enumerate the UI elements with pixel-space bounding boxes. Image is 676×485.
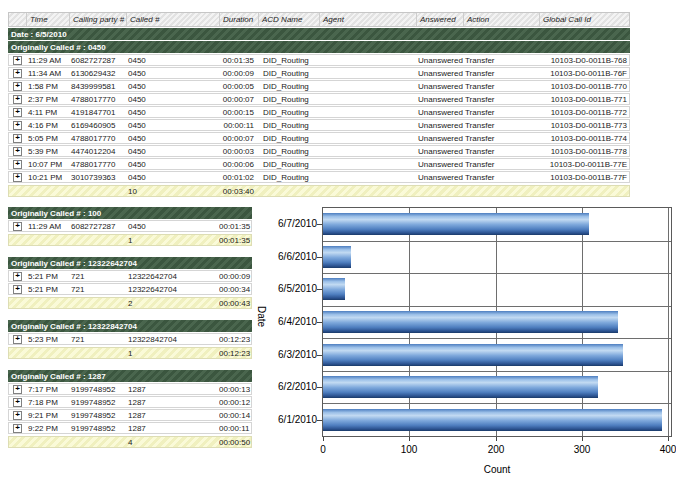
cell-duration: 00:01:02 bbox=[219, 173, 258, 182]
expand-cell: + bbox=[9, 147, 26, 156]
summary-call-count: 10 bbox=[126, 187, 219, 196]
summary-call-count: 1 bbox=[126, 236, 219, 245]
originally-called-group-header: Originally Called # : 0450 bbox=[8, 41, 630, 53]
cell-time: 5:39 PM bbox=[26, 147, 69, 156]
cell-called: 0450 bbox=[126, 108, 219, 117]
expand-row-icon[interactable]: + bbox=[13, 398, 22, 407]
expand-row-icon[interactable]: + bbox=[13, 173, 22, 182]
cell-calling-party: 8439999581 bbox=[69, 82, 126, 91]
expand-row-icon[interactable]: + bbox=[13, 69, 22, 78]
expand-row-icon[interactable]: + bbox=[13, 411, 22, 420]
table-row: +11:34 AM6130629432045000:00:09DID_Routi… bbox=[8, 67, 630, 79]
cell-acd-name: DID_Routing bbox=[258, 134, 319, 143]
cell-action: Transfer bbox=[463, 95, 539, 104]
cell-called: 12322842704 bbox=[126, 335, 219, 344]
cell-called: 1287 bbox=[126, 385, 219, 394]
cell-global-call-id: 10103-D0-0011B-77F bbox=[539, 173, 631, 182]
cell-called: 0450 bbox=[126, 173, 219, 182]
table-header-row: TimeCalling party #Called #DurationACD N… bbox=[8, 12, 630, 27]
called-group-section: Originally Called # : 100+11:29 AM608272… bbox=[8, 207, 252, 246]
cell-called: 0450 bbox=[126, 134, 219, 143]
cell-time: 7:17 PM bbox=[26, 385, 69, 394]
expand-row-icon[interactable]: + bbox=[13, 424, 22, 433]
cell-calling-party: 6082727287 bbox=[69, 56, 126, 65]
y-tick-label: 6/2/2010 bbox=[255, 381, 317, 392]
cell-time: 11:29 AM bbox=[26, 56, 69, 65]
cell-action: Transfer bbox=[463, 69, 539, 78]
cell-duration: 00:00:06 bbox=[219, 160, 258, 169]
group-summary-row: 100:01:35 bbox=[8, 234, 252, 246]
date-group-header: Date : 6/5/2010 bbox=[8, 28, 630, 40]
cell-calling-party: 3010739363 bbox=[69, 173, 126, 182]
summary-call-count: 4 bbox=[126, 438, 219, 447]
bar-6-2-2010 bbox=[323, 376, 598, 398]
expand-row-icon[interactable]: + bbox=[13, 272, 22, 281]
expand-row-icon[interactable]: + bbox=[13, 82, 22, 91]
cell-action: Transfer bbox=[463, 56, 539, 65]
cell-duration: 00:01:35 bbox=[219, 56, 258, 65]
expand-row-icon[interactable]: + bbox=[13, 385, 22, 394]
cell-time: 10:07 PM bbox=[26, 160, 69, 169]
summary-total-duration: 00:12:23 bbox=[219, 349, 253, 358]
cell-time: 11:34 AM bbox=[26, 69, 69, 78]
expand-cell: + bbox=[9, 108, 26, 117]
column-header-duration: Duration bbox=[219, 13, 258, 26]
cell-acd-name: DID_Routing bbox=[258, 173, 319, 182]
expand-row-icon[interactable]: + bbox=[13, 335, 22, 344]
cell-time: 1:58 PM bbox=[26, 82, 69, 91]
expand-row-icon[interactable]: + bbox=[13, 147, 22, 156]
cell-duration: 00:00:05 bbox=[219, 82, 258, 91]
cell-action: Transfer bbox=[463, 82, 539, 91]
group-summary-row: 100:12:23 bbox=[8, 347, 252, 359]
x-tick-label: 400 bbox=[660, 444, 676, 455]
cell-calling-party: 6082727287 bbox=[69, 222, 126, 231]
cell-calling-party: 721 bbox=[69, 272, 126, 281]
cell-global-call-id: 10103-D0-0011B-77E bbox=[539, 160, 631, 169]
cell-action: Transfer bbox=[463, 121, 539, 130]
report-group-sections: Originally Called # : 100+11:29 AM608272… bbox=[8, 206, 252, 459]
expand-row-icon[interactable]: + bbox=[13, 160, 22, 169]
y-tick-label: 6/6/2010 bbox=[255, 251, 317, 262]
expand-row-icon[interactable]: + bbox=[13, 222, 22, 231]
table-row: +9:21 PM9199748952128700:00:14 bbox=[8, 409, 252, 421]
summary-total-duration: 00:00:43 bbox=[219, 299, 253, 308]
expand-row-icon[interactable]: + bbox=[13, 95, 22, 104]
cell-acd-name: DID_Routing bbox=[258, 160, 319, 169]
cell-acd-name: DID_Routing bbox=[258, 95, 319, 104]
expand-row-icon[interactable]: + bbox=[13, 285, 22, 294]
call-detail-table: TimeCalling party #Called #DurationACD N… bbox=[8, 12, 630, 197]
expand-row-icon[interactable]: + bbox=[13, 121, 22, 130]
cell-called: 1287 bbox=[126, 398, 219, 407]
cell-called: 0450 bbox=[126, 147, 219, 156]
gridline-y-band-1 bbox=[323, 241, 671, 242]
cell-global-call-id: 10103-D0-0011B-771 bbox=[539, 95, 631, 104]
summary-total-duration: 00:00:50 bbox=[219, 438, 253, 447]
cell-acd-name: DID_Routing bbox=[258, 108, 319, 117]
x-tick-label: 0 bbox=[320, 444, 326, 455]
expand-row-icon[interactable]: + bbox=[13, 56, 22, 65]
cell-called: 0450 bbox=[126, 121, 219, 130]
expand-row-icon[interactable]: + bbox=[13, 108, 22, 117]
cell-answered: Unanswered bbox=[416, 147, 463, 156]
cell-duration: 00:12:23 bbox=[219, 335, 253, 344]
cell-answered: Unanswered bbox=[416, 121, 463, 130]
group-summary-row: 200:00:43 bbox=[8, 297, 252, 309]
y-tick-6-5-2010 bbox=[317, 289, 322, 290]
table-row: +4:16 PM6169460905045000:00:11DID_Routin… bbox=[8, 119, 630, 131]
column-header-agent: Agent bbox=[319, 13, 416, 26]
cell-duration: 00:00:11 bbox=[219, 424, 253, 433]
cell-calling-party: 9199748952 bbox=[69, 398, 126, 407]
called-group-section: Originally Called # : 1287+7:17 PM919974… bbox=[8, 370, 252, 448]
gridline-y-band-6 bbox=[323, 403, 671, 404]
x-tick-label: 300 bbox=[574, 444, 591, 455]
cell-called: 12322642704 bbox=[126, 272, 219, 281]
column-header-calling-party: Calling party # bbox=[69, 13, 126, 26]
expand-cell: + bbox=[9, 385, 26, 394]
cell-called: 0450 bbox=[126, 69, 219, 78]
expand-cell: + bbox=[9, 335, 26, 344]
cell-called: 12322642704 bbox=[126, 285, 219, 294]
cell-calling-party: 9199748952 bbox=[69, 385, 126, 394]
expand-cell: + bbox=[9, 285, 26, 294]
y-tick-6-4-2010 bbox=[317, 322, 322, 323]
expand-row-icon[interactable]: + bbox=[13, 134, 22, 143]
